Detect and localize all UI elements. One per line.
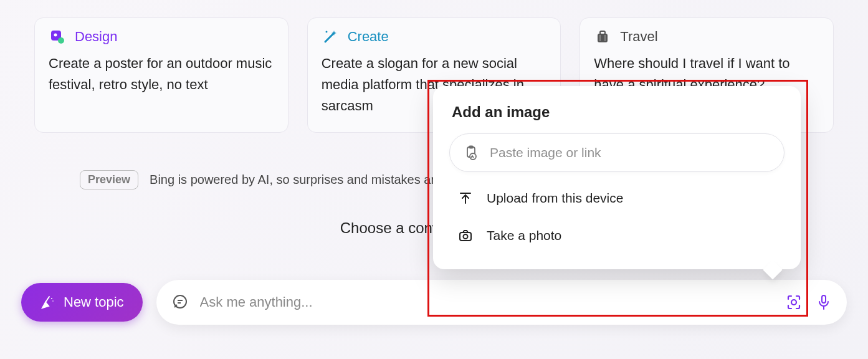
camera-icon: [458, 228, 473, 243]
take-photo-option[interactable]: Take a photo: [439, 217, 794, 254]
suggestion-card-design[interactable]: Design Create a poster for an outdoor mu…: [34, 17, 289, 133]
ask-bar[interactable]: [156, 280, 847, 325]
clipboard-image-icon: [464, 145, 479, 160]
svg-point-3: [325, 31, 327, 33]
svg-rect-6: [599, 35, 601, 41]
svg-point-16: [51, 298, 52, 299]
wand-icon: [322, 28, 339, 45]
chat-icon: [171, 294, 189, 311]
svg-point-1: [58, 37, 64, 44]
card-title: Create: [348, 29, 389, 45]
svg-rect-7: [604, 35, 606, 41]
svg-point-2: [54, 34, 57, 37]
ask-input[interactable]: [200, 294, 773, 310]
suitcase-icon: [594, 28, 611, 45]
svg-rect-5: [600, 31, 605, 34]
paste-image-input[interactable]: [490, 145, 770, 160]
svg-line-15: [45, 297, 49, 302]
popup-title: Add an image: [439, 103, 794, 133]
take-photo-label: Take a photo: [487, 228, 561, 243]
card-title: Travel: [620, 29, 657, 45]
image-search-button[interactable]: [785, 293, 803, 312]
svg-point-21: [791, 300, 796, 305]
microphone-button[interactable]: [816, 294, 832, 310]
broom-icon: [40, 295, 55, 310]
upload-label: Upload from this device: [487, 191, 623, 206]
paste-image-field[interactable]: [449, 133, 785, 172]
new-topic-button[interactable]: New topic: [21, 283, 143, 322]
svg-point-17: [52, 300, 54, 302]
new-topic-label: New topic: [64, 294, 124, 310]
svg-rect-4: [598, 34, 608, 42]
upload-icon: [458, 191, 473, 206]
svg-rect-22: [822, 295, 826, 303]
card-title: Design: [75, 29, 117, 45]
svg-rect-13: [460, 232, 471, 241]
design-icon: [49, 28, 66, 45]
add-image-popup: Add an image Upload from this device: [433, 86, 801, 269]
preview-badge: Preview: [80, 170, 138, 189]
svg-point-14: [464, 234, 468, 239]
upload-from-device-option[interactable]: Upload from this device: [439, 180, 794, 217]
card-body: Create a poster for an outdoor music fes…: [49, 53, 274, 95]
